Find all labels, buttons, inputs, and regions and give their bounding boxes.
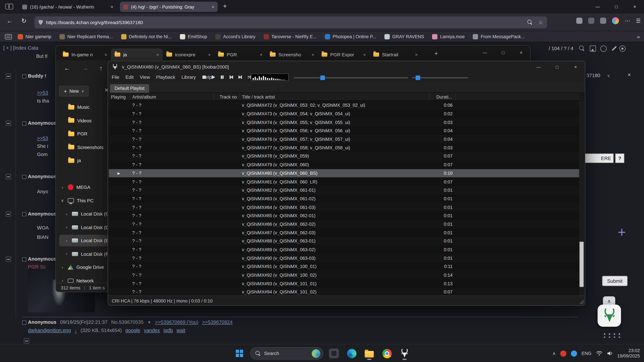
post-checkbox[interactable] bbox=[22, 175, 26, 179]
tree-chevron-icon[interactable]: › bbox=[64, 252, 69, 256]
explorer-tab[interactable]: ja × bbox=[111, 48, 163, 60]
seek-thumb[interactable] bbox=[320, 76, 325, 80]
image-search-link[interactable]: iqdb bbox=[164, 328, 173, 333]
menu-item[interactable]: Edit bbox=[126, 74, 134, 79]
playlist-row[interactable]: ? - ? v_QiShiMX#81 (v_QiShiMX_060_LR) 0:… bbox=[109, 177, 579, 186]
taskbar-app-button[interactable] bbox=[327, 347, 341, 360]
bookmark-item[interactable]: Nier Replicant Rema... bbox=[60, 34, 113, 39]
up-icon[interactable]: ↑ bbox=[100, 64, 102, 71]
bookmark-item[interactable]: GRAY RAVENS bbox=[384, 34, 424, 39]
board-nav-links[interactable]: [ + ] [Index Cata bbox=[3, 45, 38, 51]
post-collapse-icon[interactable] bbox=[6, 211, 11, 217]
taskbar-search[interactable]: Search bbox=[250, 347, 323, 360]
tab-close-icon[interactable]: × bbox=[212, 4, 214, 9]
volume-thumb[interactable] bbox=[416, 76, 420, 80]
pencil-icon[interactable] bbox=[612, 46, 617, 51]
window-close-button[interactable]: × bbox=[512, 45, 530, 59]
playlist-row[interactable]: ? - ? v_QiShiMX#91 (v_QiShiMX_100_01) 0:… bbox=[109, 262, 579, 271]
resize-grip[interactable] bbox=[579, 300, 584, 304]
playlist-row[interactable]: ? - ? v_QiShiMX#88 (v_QiShiMX_063-01) 0:… bbox=[109, 237, 579, 245]
tree-chevron-icon[interactable]: › bbox=[64, 238, 69, 243]
tab-close-icon[interactable]: × bbox=[312, 52, 314, 57]
quote-link[interactable]: >>53 bbox=[37, 135, 48, 141]
tree-chevron-icon[interactable]: › bbox=[60, 185, 65, 189]
tree-chevron-icon[interactable]: › bbox=[60, 278, 65, 283]
bookmark-item[interactable]: Accord's Library bbox=[215, 34, 256, 39]
wifi-icon[interactable] bbox=[596, 351, 602, 356]
column-duration[interactable]: Durati... bbox=[430, 93, 456, 100]
backlink[interactable]: >>539670824 bbox=[202, 319, 232, 325]
playlist-row[interactable]: ? - ? v_QiShiMX#93 (v_QiShiMX_101_01) 0:… bbox=[109, 279, 579, 288]
backlink[interactable]: >>539670669 (You) bbox=[155, 319, 198, 325]
window-minimize-button[interactable]: — bbox=[588, 0, 607, 13]
menu-item[interactable]: File bbox=[112, 74, 119, 79]
language-indicator[interactable]: ENG bbox=[582, 351, 591, 356]
window-minimize-button[interactable]: — bbox=[530, 61, 548, 72]
bookmark-item[interactable]: From MessagePack... bbox=[473, 34, 525, 39]
explorer-tab[interactable]: In-game n × bbox=[59, 48, 111, 60]
playlist-row[interactable]: ▶ ? - ? v_QiShiMX#80 (v_QiShiMX_060_BS) … bbox=[109, 169, 579, 177]
back-icon[interactable]: ← bbox=[64, 64, 70, 71]
reload-icon[interactable]: ↻ bbox=[21, 17, 26, 25]
post-collapse-icon[interactable] bbox=[6, 121, 11, 126]
tab-close-icon[interactable]: × bbox=[110, 4, 113, 9]
next-button[interactable] bbox=[237, 74, 244, 80]
volume-bar[interactable] bbox=[412, 77, 468, 78]
play-button[interactable] bbox=[210, 74, 216, 80]
forward-icon[interactable]: → bbox=[82, 64, 88, 71]
scrollbar-thumb[interactable] bbox=[580, 242, 584, 287]
bookmark-item[interactable]: Taroverse - NieRly E... bbox=[264, 34, 317, 39]
close-icon[interactable]: × bbox=[628, 71, 631, 78]
tab-close-icon[interactable]: × bbox=[156, 52, 159, 57]
bookmark-star-icon[interactable]: ☆ bbox=[538, 19, 543, 25]
post-checkbox[interactable] bbox=[22, 212, 26, 216]
explorer-tab[interactable]: PGR × bbox=[214, 48, 266, 60]
back-icon[interactable]: ← bbox=[6, 17, 13, 24]
bookmark-item[interactable]: Lamiya.moe bbox=[432, 34, 464, 39]
column-playing[interactable]: Playing bbox=[109, 93, 130, 100]
firefox-view-icon[interactable] bbox=[4, 2, 14, 11]
playlist-row[interactable]: ? - ? v_QiShiMX#86 (v_QiShiMX_062-02) 0:… bbox=[109, 220, 579, 228]
sidebar-tree-item[interactable]: › Local Disk (C:) bbox=[59, 208, 108, 220]
sidebar-tree-item[interactable]: › Local Disk (D:) bbox=[59, 221, 108, 233]
file-link[interactable]: darkandignition.png bbox=[28, 328, 71, 333]
sidebar-folder-item[interactable]: Screenshots bbox=[59, 141, 108, 153]
playlist-tab[interactable]: Default Playlist bbox=[110, 84, 149, 93]
quote-link[interactable]: >>53 bbox=[37, 90, 48, 95]
more-tools-icon[interactable]: ⋯ bbox=[625, 17, 630, 24]
taskbar-chrome-button[interactable] bbox=[380, 347, 394, 360]
shield-icon[interactable] bbox=[38, 20, 42, 25]
tree-chevron-icon[interactable]: › bbox=[60, 265, 65, 270]
tray-chevron-icon[interactable]: ∧ bbox=[552, 351, 556, 356]
playlist-row[interactable]: ? - ? v_QiShiMX#90 (v_QiShiMX_063-03) 0:… bbox=[109, 254, 579, 262]
playlist-row[interactable]: ? - ? v_QiShiMX#92 (v_QiShiMX_100_02) 0:… bbox=[109, 271, 579, 279]
image-search-link[interactable]: google bbox=[126, 328, 140, 333]
sidebar-folder-item[interactable]: PGR bbox=[59, 128, 108, 140]
window-maximize-button[interactable]: □ bbox=[548, 61, 566, 72]
settings-icon[interactable] bbox=[619, 45, 626, 52]
foobar-title-bar[interactable]: v_QiShiMX#80 (v_QiShiMX_060_BS) [foobar2… bbox=[108, 61, 585, 72]
column-title[interactable]: Title / track artist bbox=[240, 93, 430, 100]
explorer-tab[interactable]: PGR Expor × bbox=[318, 48, 370, 60]
new-item-button[interactable]: + New ∨ bbox=[59, 86, 89, 96]
post-number[interactable]: No.539670535 bbox=[111, 319, 144, 325]
sidebar-tree-item[interactable]: › Google Drive bbox=[59, 261, 108, 273]
tab-close-icon[interactable]: × bbox=[208, 52, 211, 57]
menu-item[interactable]: View bbox=[140, 74, 150, 79]
start-button[interactable] bbox=[232, 347, 246, 360]
tree-chevron-icon[interactable]: ∨ bbox=[60, 198, 65, 203]
bookmarks-list-icon[interactable] bbox=[5, 34, 12, 39]
chevron-down-icon[interactable]: ∨ bbox=[607, 73, 610, 78]
new-explorer-tab-button[interactable]: + bbox=[430, 48, 442, 59]
pause-button[interactable] bbox=[218, 74, 226, 80]
window-close-button[interactable]: × bbox=[626, 0, 644, 13]
menu-icon[interactable]: ☰ bbox=[636, 17, 641, 24]
explorer-tab[interactable]: Screensho × bbox=[266, 48, 318, 60]
tree-chevron-icon[interactable]: › bbox=[64, 225, 69, 229]
taskbar-explorer-button[interactable] bbox=[362, 347, 376, 360]
taskbar-clock[interactable]: 23:02 19/09/2025 bbox=[617, 348, 640, 359]
sidebar-folder-item[interactable]: ja bbox=[59, 155, 108, 166]
image-search-link[interactable]: wait bbox=[176, 328, 185, 333]
window-maximize-button[interactable]: □ bbox=[494, 45, 512, 59]
sidebar-tree-item[interactable]: › Local Disk (E:) bbox=[59, 235, 108, 246]
